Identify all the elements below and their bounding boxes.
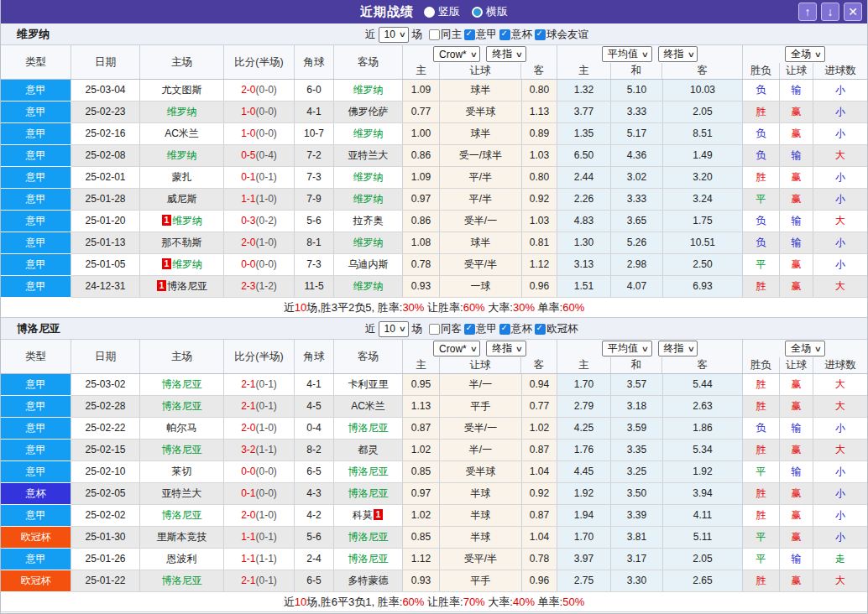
home-team-link[interactable]: 博洛尼亚 <box>162 444 202 455</box>
final-index-select-2[interactable]: 终指∨ <box>658 341 698 356</box>
match-row: 意甲25-02-22帕尔马2-0(1-0)0-4博洛尼亚0.87受半/一1.02… <box>1 418 867 440</box>
team-filter-bar: 维罗纳近10∨场同主意甲意杯球会友谊 <box>1 23 867 45</box>
home-team-link[interactable]: 莱切 <box>172 466 192 477</box>
away-team-link[interactable]: AC米兰 <box>351 400 385 412</box>
away-team-link[interactable]: 博洛尼亚 <box>348 466 389 477</box>
away-team-link[interactable]: 维罗纳 <box>353 237 384 248</box>
away-team-link[interactable]: 博洛尼亚 <box>348 487 389 499</box>
away-team-link[interactable]: 博洛尼亚 <box>348 422 389 434</box>
same-venue-checkbox[interactable]: 同客 <box>429 322 462 336</box>
score-cell: 0-0(0-0) <box>224 254 295 275</box>
away-team-link[interactable]: 维罗纳 <box>353 193 384 205</box>
average-select[interactable]: 平均值∨ <box>602 46 652 62</box>
avg-home: 1.70 <box>557 527 611 548</box>
avg-home: 2.79 <box>557 396 611 417</box>
checked-checkbox-icon <box>535 324 546 335</box>
close-button[interactable]: ✕ <box>844 3 862 21</box>
away-team-link[interactable]: 博洛尼亚 <box>348 553 389 565</box>
match-date: 25-02-28 <box>71 396 140 417</box>
league-filter-checkbox-1[interactable]: 意杯 <box>499 322 532 336</box>
halftime-score: (0-1) <box>256 378 277 390</box>
same-venue-checkbox[interactable]: 同主 <box>429 28 462 42</box>
layout-radio-vertical[interactable]: 竖版 <box>424 4 460 19</box>
checked-checkbox-icon <box>464 29 475 40</box>
titlebar-buttons: ↑ ↓ ✕ <box>798 3 862 21</box>
away-team-link[interactable]: 拉齐奥 <box>353 215 384 226</box>
odds-handicap: 半/一 <box>440 374 522 395</box>
record-summary: 近10场,胜3平2负5, 胜率:30% 让胜率:60% 大率:30% 单率:60… <box>1 298 867 318</box>
away-team-link[interactable]: 维罗纳 <box>353 84 384 96</box>
summary-text-value: 60% <box>402 596 424 608</box>
away-team-link[interactable]: 乌迪内斯 <box>348 258 389 270</box>
home-team-cell: 莱切 <box>140 461 224 482</box>
home-team-link[interactable]: 亚特兰大 <box>162 487 202 499</box>
away-team-link[interactable]: 维罗纳 <box>353 127 384 139</box>
result-goals: 大 <box>813 211 867 232</box>
away-team-link[interactable]: 博洛尼亚 <box>348 531 389 543</box>
average-select[interactable]: 平均值∨ <box>602 341 652 356</box>
column-header: 比分(半场) <box>224 340 295 373</box>
league-filter-checkbox-0[interactable]: 意甲 <box>464 322 497 336</box>
away-team-link[interactable]: 佛罗伦萨 <box>348 106 389 117</box>
layout-radio-horizontal[interactable]: 横版 <box>472 4 508 19</box>
away-team-cell: 博洛尼亚 <box>334 418 403 439</box>
home-team-link[interactable]: 尤文图斯 <box>162 84 202 96</box>
summary-text-value: 30% <box>402 301 424 314</box>
chevron-down-icon: ∨ <box>814 345 822 353</box>
move-up-button[interactable]: ↑ <box>798 3 817 21</box>
home-team-cell: 帕尔马 <box>140 418 224 439</box>
final-index-select-2[interactable]: 终指∨ <box>658 46 698 62</box>
avg-home: 3.97 <box>557 549 611 570</box>
final-index-select[interactable]: 终指∨ <box>486 46 526 62</box>
result-goals: 小 <box>813 483 867 504</box>
period-select[interactable]: 全场∨ <box>785 46 825 62</box>
match-date: 25-02-10 <box>71 461 140 482</box>
period-select[interactable]: 全场∨ <box>785 341 825 356</box>
home-team-link[interactable]: 帕尔马 <box>167 422 197 434</box>
home-team-link[interactable]: 里斯本竞技 <box>157 531 207 543</box>
move-down-button[interactable]: ↓ <box>821 3 839 21</box>
home-team-link[interactable]: 1维罗纳 <box>161 258 202 270</box>
league-filter-checkbox-2[interactable]: 球会友谊 <box>535 28 588 42</box>
home-team-link[interactable]: 1博洛尼亚 <box>156 280 207 292</box>
league-filter-checkbox-0[interactable]: 意甲 <box>464 28 497 42</box>
home-team-link[interactable]: 博洛尼亚 <box>162 400 202 412</box>
league-filter-checkbox-2[interactable]: 欧冠杯 <box>535 322 578 336</box>
avg-away: 3.94 <box>663 483 743 504</box>
home-team-link[interactable]: 那不勒斯 <box>162 237 202 248</box>
red-card-icon: 1 <box>162 258 171 269</box>
away-team-link[interactable]: 维罗纳 <box>353 171 384 183</box>
chevron-down-icon: ∨ <box>469 50 477 59</box>
match-count-select[interactable]: 10∨ <box>379 321 410 337</box>
home-team-link[interactable]: 蒙扎 <box>172 171 192 183</box>
away-team-link[interactable]: 亚特兰大 <box>348 149 389 161</box>
column-header: 主 <box>557 63 611 79</box>
home-team-cell: 亚特兰大 <box>140 483 224 504</box>
away-team-link[interactable]: 都灵 <box>358 444 379 455</box>
header-group-selects: 全场∨ <box>743 340 867 357</box>
away-team-link[interactable]: 维罗纳 <box>353 280 384 292</box>
result-outcome: 负 <box>743 145 780 166</box>
match-count-select[interactable]: 10∨ <box>379 27 410 43</box>
bookmaker-select[interactable]: Crow*∨ <box>433 46 480 62</box>
home-team-link[interactable]: 威尼斯 <box>167 193 197 205</box>
home-team-link[interactable]: AC米兰 <box>165 127 199 139</box>
final-index-select-2-value: 终指 <box>664 341 684 356</box>
away-team-link[interactable]: 卡利亚里 <box>348 378 389 390</box>
bookmaker-select[interactable]: Crow*∨ <box>433 341 480 356</box>
home-team-link[interactable]: 维罗纳 <box>167 106 197 117</box>
home-team-link[interactable]: 1维罗纳 <box>161 215 202 226</box>
home-team-link[interactable]: 恩波利 <box>167 553 197 565</box>
away-team-link[interactable]: 科莫1 <box>353 509 384 521</box>
home-team-link[interactable]: 博洛尼亚 <box>162 509 202 521</box>
league-filter-checkbox-1[interactable]: 意杯 <box>499 28 532 42</box>
final-index-select[interactable]: 终指∨ <box>486 341 526 356</box>
home-team-link[interactable]: 博洛尼亚 <box>162 378 202 390</box>
home-team-cell: 1博洛尼亚 <box>140 276 224 297</box>
column-header: 日期 <box>71 340 140 373</box>
away-team-link[interactable]: 多特蒙德 <box>348 575 389 586</box>
column-header: 主场 <box>140 45 224 79</box>
home-team-link[interactable]: 博洛尼亚 <box>162 575 202 586</box>
home-team-link[interactable]: 维罗纳 <box>167 149 197 161</box>
odds-home: 1.09 <box>403 80 440 101</box>
